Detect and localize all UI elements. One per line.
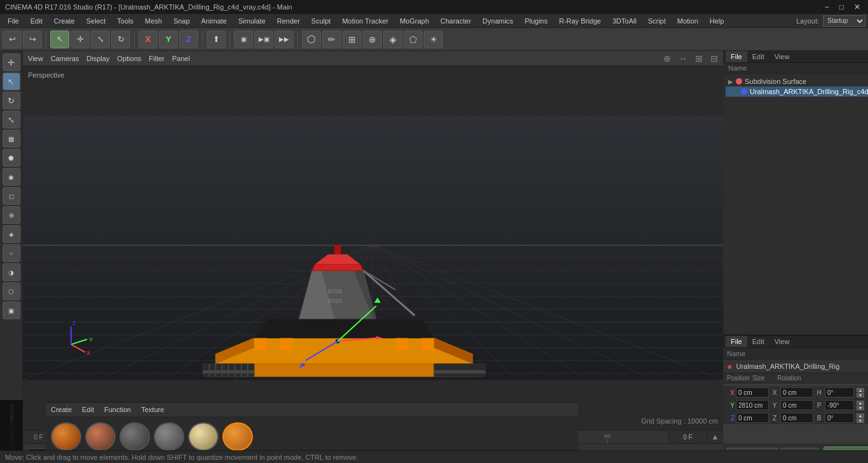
brush-tool-btn[interactable]: ○: [3, 244, 20, 262]
vp-menu-display[interactable]: Display: [86, 55, 109, 62]
x-pos-input[interactable]: [736, 387, 769, 397]
menu-file[interactable]: File: [3, 16, 24, 26]
vp-menu-view[interactable]: View: [28, 55, 43, 62]
menu-create[interactable]: Create: [49, 16, 80, 26]
menu-mograph[interactable]: MoGraph: [395, 16, 434, 26]
close-btn[interactable]: ✕: [851, 3, 863, 11]
z-size-input[interactable]: [780, 413, 813, 423]
cube-btn[interactable]: ⬡: [302, 31, 321, 48]
generator-btn[interactable]: ◈: [383, 31, 402, 48]
axis-y-btn[interactable]: Y: [159, 31, 178, 48]
menu-dynamics[interactable]: Dynamics: [477, 16, 518, 26]
menu-plugins[interactable]: Plugins: [520, 16, 553, 26]
edge-mode-btn[interactable]: ⬟: [3, 149, 20, 167]
vp-icon-4[interactable]: ⊟: [710, 53, 718, 64]
viewport-3d[interactable]: ICGS ICGS: [23, 66, 723, 430]
frame-up-btn[interactable]: ▲: [707, 431, 723, 443]
redo-btn[interactable]: ↪: [23, 31, 42, 48]
mat-edit[interactable]: Edit: [82, 406, 94, 413]
render-region-btn[interactable]: ▣: [234, 31, 253, 48]
maximize-btn[interactable]: □: [837, 3, 846, 11]
attr-edit-tab[interactable]: Edit: [747, 336, 770, 347]
extra-tool-btn[interactable]: ▣: [3, 301, 20, 319]
snap-tool-btn[interactable]: ⊕: [3, 206, 20, 224]
menu-mesh[interactable]: Mesh: [140, 16, 167, 26]
move-btn[interactable]: ✛: [71, 31, 90, 48]
spin-up[interactable]: ▲: [857, 388, 864, 392]
render-frame-btn[interactable]: ▶▣: [254, 31, 273, 48]
mat-create[interactable]: Create: [51, 406, 72, 413]
menu-simulate[interactable]: Simulate: [233, 16, 271, 26]
scale-btn[interactable]: ⤡: [91, 31, 110, 48]
x-spinners[interactable]: ▲ ▼: [857, 388, 864, 397]
axis-x-btn[interactable]: X: [139, 31, 158, 48]
menu-render[interactable]: Render: [272, 16, 305, 26]
vp-icon-2[interactable]: ↔: [679, 53, 688, 64]
x-size-input[interactable]: [780, 387, 813, 397]
y-pos-input[interactable]: [736, 400, 769, 410]
menu-motion-tracker[interactable]: Motion Tracker: [337, 16, 393, 26]
vp-menu-cameras[interactable]: Cameras: [51, 55, 79, 62]
spin-down-y[interactable]: ▼: [857, 406, 864, 410]
paint-tool-btn[interactable]: ◑: [3, 263, 20, 281]
spin-up-y[interactable]: ▲: [857, 401, 864, 405]
y-spinners[interactable]: ▲ ▼: [857, 401, 864, 410]
menu-animate[interactable]: Animate: [196, 16, 232, 26]
point-mode-btn[interactable]: ◉: [3, 168, 20, 186]
poly-mode-btn[interactable]: ▦: [3, 130, 20, 148]
z-pos-input[interactable]: [736, 413, 769, 423]
select-btn[interactable]: ↖: [50, 31, 69, 48]
undo-btn[interactable]: ↩: [3, 31, 22, 48]
select-tool-btn[interactable]: ↖: [3, 73, 20, 90]
objects-file-tab[interactable]: File: [726, 51, 747, 62]
move-tool-btn[interactable]: ✛: [3, 53, 20, 71]
z-spinners[interactable]: ▲ ▼: [857, 413, 864, 423]
menu-vray[interactable]: R-Ray Bridge: [554, 16, 606, 26]
menu-character[interactable]: Character: [435, 16, 476, 26]
menu-help[interactable]: Help: [705, 16, 729, 26]
vp-menu-options[interactable]: Options: [117, 55, 141, 62]
knife-tool-btn[interactable]: ◈: [3, 225, 20, 243]
b-rot-input[interactable]: [825, 413, 854, 423]
object-mode-btn[interactable]: ◻: [3, 187, 20, 205]
deformer-btn[interactable]: ⊕: [363, 31, 382, 48]
tree-item-rig[interactable]: Uralmash_ARKTIKA_Drilling_Rig_c4d: [726, 86, 868, 97]
scale-tool-btn[interactable]: ⤡: [3, 111, 20, 128]
menu-script[interactable]: Script: [643, 16, 671, 26]
spin-up-z[interactable]: ▲: [857, 413, 864, 418]
axis-z-btn[interactable]: Z: [179, 31, 198, 48]
draw-btn[interactable]: ✏: [322, 31, 341, 48]
attr-view-tab[interactable]: View: [770, 336, 795, 347]
rotate-tool-btn[interactable]: ↻: [3, 92, 20, 109]
vp-menu-panel[interactable]: Panel: [172, 55, 190, 62]
spin-down-z[interactable]: ▼: [857, 418, 864, 423]
h-rot-input[interactable]: [825, 387, 854, 397]
menu-tools[interactable]: Tools: [112, 16, 139, 26]
menu-3dtoall[interactable]: 3DToAll: [607, 16, 642, 26]
attr-file-tab[interactable]: File: [726, 336, 747, 347]
menu-sculpt[interactable]: Sculpt: [306, 16, 336, 26]
vp-icon-1[interactable]: ⊕: [663, 53, 671, 64]
rotate-btn[interactable]: ↻: [111, 31, 130, 48]
mat-function[interactable]: Function: [104, 406, 131, 413]
minimize-btn[interactable]: −: [822, 3, 832, 11]
layout-select[interactable]: Startup Standard: [823, 15, 865, 27]
vp-menu-filter[interactable]: Filter: [149, 55, 164, 62]
vp-icon-3[interactable]: ⊞: [695, 53, 703, 64]
camera-btn[interactable]: ⬠: [403, 31, 423, 48]
menu-snap[interactable]: Snap: [168, 16, 195, 26]
light-btn[interactable]: ☀: [424, 31, 443, 48]
objects-edit-tab[interactable]: Edit: [747, 51, 770, 62]
menu-select[interactable]: Select: [81, 16, 111, 26]
menu-motion[interactable]: Motion: [672, 16, 703, 26]
y-size-input[interactable]: [780, 400, 813, 410]
objects-view-tab[interactable]: View: [770, 51, 795, 62]
render-all-btn[interactable]: ▶▶: [275, 31, 294, 48]
texture-tool-btn[interactable]: ⬡: [3, 282, 20, 300]
mat-texture[interactable]: Texture: [141, 406, 164, 413]
nurbs-btn[interactable]: ⊞: [342, 31, 362, 48]
world-axis-btn[interactable]: ⬆: [207, 31, 226, 48]
tree-item-subdivsurface[interactable]: ▶ Subdivision Surface: [726, 76, 868, 86]
p-rot-input[interactable]: [825, 400, 854, 410]
menu-edit[interactable]: Edit: [25, 16, 48, 26]
